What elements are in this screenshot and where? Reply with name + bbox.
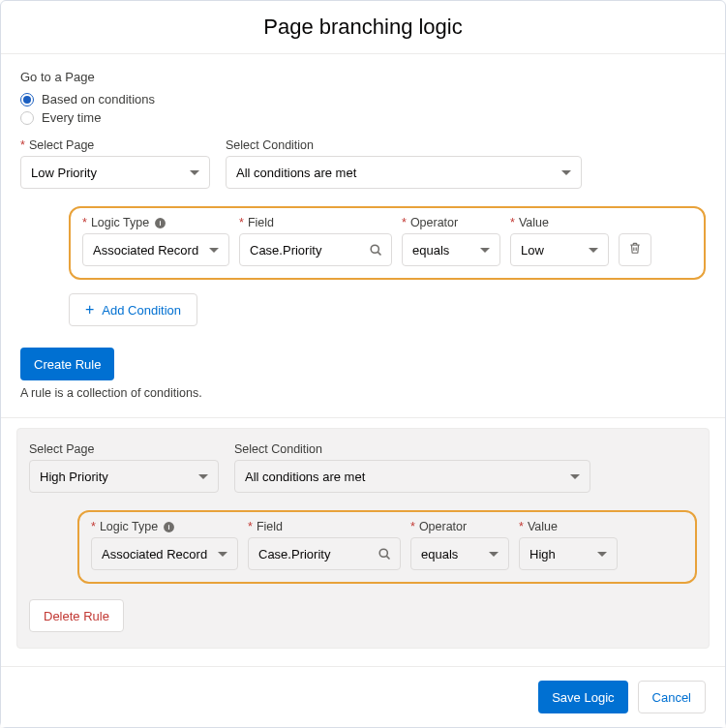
svg-text:i: i <box>159 220 161 227</box>
logic-type-value: Associated Record <box>102 547 207 561</box>
svg-text:i: i <box>167 524 169 531</box>
rule1-condition-block: * Logic Type i Associated Record <box>69 206 706 280</box>
radio-label: Based on conditions <box>42 92 155 106</box>
operator-label: * Operator <box>410 520 509 533</box>
logic-type-group: * Logic Type i Associated Record <box>82 216 229 266</box>
radio-based-on-conditions[interactable]: Based on conditions <box>20 92 706 106</box>
value-group: * Value High <box>519 520 618 570</box>
select-condition-dropdown[interactable]: All conditions are met <box>234 460 590 493</box>
operator-group: * Operator equals <box>410 520 509 570</box>
chevron-down-icon <box>570 474 580 479</box>
value-label: * Value <box>519 520 618 533</box>
field-group-field: * Field Case.Priority <box>248 520 401 570</box>
goto-section-label: Go to a Page <box>20 70 706 84</box>
select-condition-value: All conditions are met <box>236 166 356 180</box>
chevron-down-icon <box>190 170 199 175</box>
select-page-group: Select Page High Priority <box>29 442 219 493</box>
select-condition-group: Select Condition All conditions are met <box>234 442 590 493</box>
modal-header: Page branching logic <box>1 1 725 54</box>
chevron-down-icon <box>589 248 598 253</box>
logic-type-label: * Logic Type i <box>82 216 229 229</box>
svg-point-6 <box>379 549 387 557</box>
value-value: Low <box>521 243 544 258</box>
trash-icon <box>628 241 642 258</box>
rule-2-panel: Select Page High Priority Select Conditi… <box>16 428 710 649</box>
add-condition-button[interactable]: + Add Condition <box>69 293 197 326</box>
search-icon <box>378 547 392 561</box>
svg-line-7 <box>386 556 389 559</box>
field-lookup-input[interactable]: Case.Priority <box>248 537 401 570</box>
delete-condition-button[interactable] <box>619 233 651 266</box>
select-condition-value: All conditions are met <box>245 470 365 484</box>
add-condition-label: Add Condition <box>102 303 181 318</box>
cancel-button[interactable]: Cancel <box>638 681 706 713</box>
rule-separator <box>1 417 725 418</box>
value-dropdown[interactable]: Low <box>510 233 609 266</box>
select-page-group: * Select Page Low Priority <box>20 138 210 189</box>
info-icon[interactable]: i <box>162 520 175 533</box>
select-condition-dropdown[interactable]: All conditions are met <box>226 156 582 189</box>
select-condition-label: Select Condition <box>234 442 590 456</box>
select-page-label: Select Page <box>29 442 219 456</box>
value-group: * Value Low <box>510 216 609 266</box>
field-value: Case.Priority <box>250 243 321 258</box>
rule-help-text: A rule is a collection of conditions. <box>20 386 706 400</box>
select-page-value: High Priority <box>40 470 108 484</box>
logic-type-group: * Logic Type i Associated Record <box>91 520 238 570</box>
radio-dot-selected <box>20 93 34 106</box>
modal-footer: Save Logic Cancel <box>1 666 725 727</box>
chevron-down-icon <box>480 248 490 253</box>
rule1-top-row: * Select Page Low Priority Select Condit… <box>20 138 706 189</box>
field-label: * Field <box>248 520 401 533</box>
page-branching-modal: Page branching logic Go to a Page Based … <box>0 0 726 728</box>
operator-group: * Operator equals <box>402 216 500 266</box>
select-condition-group: Select Condition All conditions are met <box>226 138 582 189</box>
select-page-dropdown[interactable]: High Priority <box>29 460 219 493</box>
field-value: Case.Priority <box>258 547 330 561</box>
delete-rule-button[interactable]: Delete Rule <box>29 599 124 632</box>
chevron-down-icon <box>209 248 219 253</box>
rule2-condition-block: * Logic Type i Associated Record <box>77 510 697 584</box>
modal-title: Page branching logic <box>20 15 706 40</box>
chevron-down-icon <box>198 474 208 479</box>
field-lookup-input[interactable]: Case.Priority <box>239 233 392 266</box>
radio-every-time[interactable]: Every time <box>20 110 706 125</box>
operator-value: equals <box>421 547 458 561</box>
logic-type-dropdown[interactable]: Associated Record <box>82 233 229 266</box>
operator-dropdown[interactable]: equals <box>402 233 500 266</box>
svg-point-2 <box>371 245 378 253</box>
logic-type-dropdown[interactable]: Associated Record <box>91 537 238 570</box>
logic-type-label: * Logic Type i <box>91 520 238 533</box>
chevron-down-icon <box>489 552 499 557</box>
chevron-down-icon <box>561 170 571 175</box>
value-value: High <box>529 547 556 561</box>
radio-dot-unselected <box>20 111 34 125</box>
field-group-field: * Field Case.Priority <box>239 216 392 266</box>
logic-type-value: Associated Record <box>93 243 198 258</box>
radio-label: Every time <box>42 110 101 125</box>
value-label: * Value <box>510 216 609 229</box>
select-page-label: * Select Page <box>20 138 210 152</box>
info-icon[interactable]: i <box>153 216 166 229</box>
svg-line-3 <box>378 252 380 255</box>
operator-value: equals <box>412 243 449 258</box>
value-dropdown[interactable]: High <box>519 537 618 570</box>
plus-icon: + <box>85 302 94 318</box>
field-label: * Field <box>239 216 392 229</box>
create-rule-button[interactable]: Create Rule <box>20 348 114 380</box>
modal-body: Go to a Page Based on conditions Every t… <box>1 54 725 666</box>
operator-dropdown[interactable]: equals <box>410 537 509 570</box>
select-page-value: Low Priority <box>31 166 97 180</box>
chevron-down-icon <box>597 552 607 557</box>
select-page-dropdown[interactable]: Low Priority <box>20 156 210 189</box>
chevron-down-icon <box>218 552 227 557</box>
search-icon <box>369 243 383 258</box>
rule-1: * Select Page Low Priority Select Condit… <box>20 138 706 400</box>
save-logic-button[interactable]: Save Logic <box>538 681 627 713</box>
operator-label: * Operator <box>402 216 500 229</box>
rule2-top-row: Select Page High Priority Select Conditi… <box>29 442 697 493</box>
select-condition-label: Select Condition <box>226 138 582 152</box>
